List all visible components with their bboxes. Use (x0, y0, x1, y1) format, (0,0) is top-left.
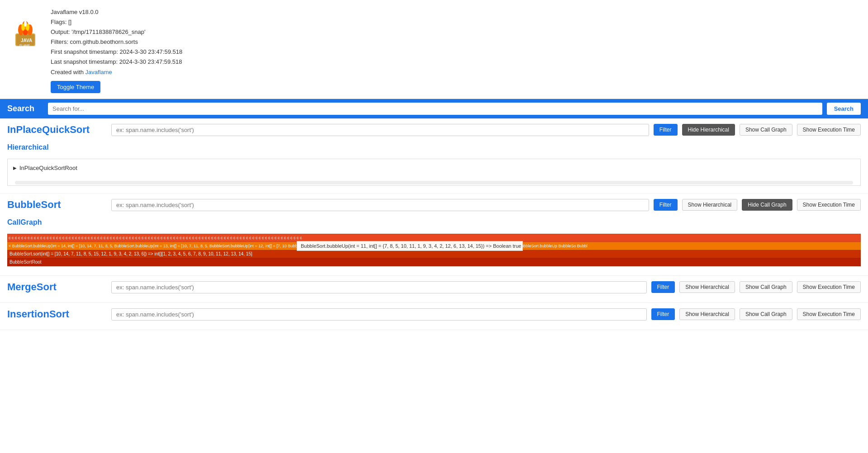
show-hierarchical-button-insertion[interactable]: Show Hierarchical (679, 308, 735, 320)
filter-input-merge[interactable] (111, 281, 647, 293)
javaflame-link[interactable]: Javaflame (85, 69, 112, 76)
search-button[interactable]: Search (827, 103, 861, 115)
flame-row-3: BubbleSort.sort(int[] = [10, 14, 7, 11, … (7, 250, 861, 258)
filter-button-merge[interactable]: Filter (651, 281, 675, 293)
svg-text:JAVA: JAVA (21, 38, 32, 43)
flame-cell-row3[interactable]: BubbleSort.sort(int[] = [10, 14, 7, 11, … (7, 250, 861, 258)
flame-row-4: BubbleSortRoot (7, 258, 861, 266)
flame-cell-row4[interactable]: BubbleSortRoot (7, 258, 861, 266)
section-sub-bubble: CallGraph (0, 217, 868, 230)
filter-button-inplace[interactable]: Filter (654, 124, 678, 136)
flame-row-1: c c c c c c c c c c c c c c c c c c c c … (7, 234, 861, 242)
section-insertion-sort: InsertionSort Filter Show Hierarchical S… (0, 303, 868, 330)
flame-cell-row1[interactable]: c c c c c c c c c c c c c c c c c c c c … (7, 234, 861, 242)
svg-text:FLAME: FLAME (19, 44, 30, 47)
svg-point-10 (24, 20, 27, 27)
output: Output: '/tmp/1711838878626_snap' (51, 27, 182, 37)
toggle-theme-button[interactable]: Toggle Theme (51, 81, 100, 93)
flame-row-2: < BubbleSort.bubbleUp(int = 14, int[] = … (7, 242, 861, 250)
filter-button-bubble[interactable]: Filter (654, 199, 678, 211)
show-call-graph-button-inplace[interactable]: Show Call Graph (740, 124, 792, 136)
show-execution-time-button-bubble[interactable]: Show Execution Time (797, 199, 861, 211)
search-input[interactable] (48, 103, 822, 115)
tree-arrow-inplace: ▶ (13, 165, 17, 170)
filter-input-inplace[interactable] (111, 124, 649, 136)
flame-container-bubble: c c c c c c c c c c c c c c c c c c c c … (7, 234, 861, 266)
section-title-bubble: BubbleSort (7, 199, 107, 211)
show-execution-time-button-inplace[interactable]: Show Execution Time (797, 124, 861, 136)
show-execution-time-button-insertion[interactable]: Show Execution Time (797, 308, 861, 320)
section-header-insertion: InsertionSort Filter Show Hierarchical S… (0, 303, 868, 326)
section-inplace-quick-sort: InPlaceQuickSort Filter Hide Hierarchica… (0, 118, 868, 193)
flags: Flags: [] (51, 17, 182, 27)
created-by: Created with Javaflame (51, 67, 182, 77)
section-header-merge: MergeSort Filter Show Hierarchical Show … (0, 276, 868, 299)
section-sub-inplace: Hierarchical (0, 142, 868, 155)
callgraph-area-bubble: c c c c c c c c c c c c c c c c c c c c … (7, 234, 861, 266)
section-header-inplace: InPlaceQuickSort Filter Hide Hierarchica… (0, 118, 868, 142)
search-bar: Search Search (0, 99, 868, 118)
filters: Filters: com.github.beothorn.sorts (51, 37, 182, 47)
show-hierarchical-button-bubble[interactable]: Show Hierarchical (682, 199, 738, 211)
search-label: Search (7, 104, 43, 113)
show-call-graph-button-insertion[interactable]: Show Call Graph (740, 308, 792, 320)
tree-area-inplace: ▶ InPlaceQuickSortRoot (7, 159, 861, 186)
hide-call-graph-button-bubble[interactable]: Hide Call Graph (742, 199, 792, 211)
javaflame-logo: JAVA FLAME (7, 5, 43, 51)
section-title-merge: MergeSort (7, 281, 107, 293)
scrollbar-h-inplace[interactable] (15, 181, 853, 184)
show-hierarchical-button-merge[interactable]: Show Hierarchical (679, 281, 735, 293)
section-title-inplace: InPlaceQuickSort (7, 124, 107, 136)
section-bubble-sort: BubbleSort Filter Show Hierarchical Hide… (0, 193, 868, 276)
tree-label-inplace: InPlaceQuickSortRoot (19, 165, 77, 171)
section-header-bubble: BubbleSort Filter Show Hierarchical Hide… (0, 193, 868, 217)
logo-area: JAVA FLAME (7, 5, 43, 51)
first-snapshot: First snapshot timestamp: 2024-3-30 23:4… (51, 47, 182, 57)
app-title: Javaflame v18.0.0 (51, 7, 182, 17)
section-merge-sort: MergeSort Filter Show Hierarchical Show … (0, 276, 868, 303)
show-execution-time-button-merge[interactable]: Show Execution Time (797, 281, 861, 293)
filter-input-insertion[interactable] (111, 308, 647, 321)
sub-title-bubble: CallGraph (7, 218, 861, 226)
sub-title-inplace: Hierarchical (7, 143, 861, 151)
flame-cell-row2-main[interactable]: < BubbleSort.bubbleUp(int = 14, int[] = … (7, 242, 861, 250)
filter-button-insertion[interactable]: Filter (651, 308, 675, 320)
tree-node-inplace[interactable]: ▶ InPlaceQuickSortRoot (13, 165, 855, 171)
show-call-graph-button-merge[interactable]: Show Call Graph (740, 281, 792, 293)
filter-input-bubble[interactable] (111, 199, 649, 211)
header-info: Javaflame v18.0.0 Flags: [] Output: '/tm… (51, 5, 182, 93)
header: JAVA FLAME Javaflame v18.0.0 Flags: [] O… (0, 0, 868, 99)
section-title-insertion: InsertionSort (7, 308, 107, 320)
hide-hierarchical-button-inplace[interactable]: Hide Hierarchical (682, 124, 735, 136)
last-snapshot: Last snapshot timestamp: 2024-3-30 23:47… (51, 57, 182, 67)
